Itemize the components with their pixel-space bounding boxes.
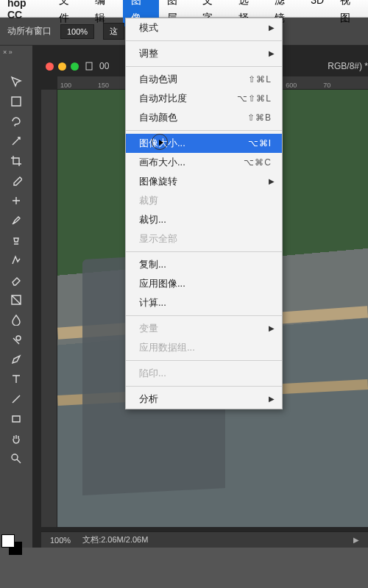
submenu-arrow-icon: ▶	[269, 47, 275, 60]
menu-item-图像大小[interactable]: 图像大小...⌥⌘I	[126, 134, 282, 153]
tool-move[interactable]	[10, 75, 23, 88]
menu-item-label: 自动颜色	[139, 111, 177, 124]
menu-item-陷印: 陷印...	[126, 364, 282, 383]
menu-item-label: 自动对比度	[139, 92, 187, 105]
tool-rect[interactable]	[10, 412, 23, 426]
window-controls[interactable]	[46, 62, 79, 71]
menu-item-label: 裁切...	[139, 213, 166, 226]
menu-item-label: 调整	[139, 47, 158, 60]
status-zoom[interactable]: 100%	[50, 536, 71, 545]
menu-shortcut: ⌥⇧⌘L	[237, 92, 272, 105]
svg-rect-0	[86, 62, 92, 70]
menu-item-图像旋转[interactable]: 图像旋转▶	[126, 172, 282, 191]
tab-title-prefix: 00	[99, 61, 109, 71]
menu-item-计算[interactable]: 计算...	[126, 293, 282, 312]
menu-separator	[126, 251, 282, 252]
opt-label: 动所有窗口	[7, 25, 52, 37]
status-bar: 100% 文档:2.06M/2.06M ▶	[41, 531, 368, 548]
submenu-arrow-icon: ▶	[269, 21, 275, 35]
menu-item-应用图像[interactable]: 应用图像...	[126, 274, 282, 293]
tool-crop[interactable]	[10, 154, 23, 168]
menu-item-应用数据组: 应用数据组...	[126, 338, 282, 357]
menu-separator	[126, 130, 282, 131]
tool-gradient[interactable]	[10, 293, 23, 306]
menu-文件[interactable]: 文件	[51, 0, 87, 26]
menu-shortcut: ⌥⌘C	[244, 156, 272, 169]
menu-item-label: 模式	[139, 21, 158, 35]
menu-item-裁剪: 裁剪	[126, 191, 282, 210]
tool-brush[interactable]	[10, 214, 23, 227]
foreground-swatch[interactable]	[1, 534, 15, 548]
menu-separator	[126, 360, 282, 361]
ruler-mark: 150	[98, 82, 109, 89]
menu-item-label: 陷印...	[139, 367, 166, 380]
menu-item-label: 自动色调	[139, 73, 177, 86]
submenu-arrow-icon: ▶	[269, 322, 275, 335]
menu-item-显示全部: 显示全部	[126, 229, 282, 248]
status-docinfo: 文档:2.06M/2.06M	[82, 534, 148, 545]
tool-eyedropper[interactable]	[10, 174, 23, 187]
menu-item-变量: 变量▶	[126, 319, 282, 338]
menubar: hop CC 文件编辑图像图层文字选择滤镜3D视图	[0, 0, 368, 18]
menu-item-分析[interactable]: 分析▶	[126, 390, 282, 409]
menu-separator	[126, 40, 282, 41]
tool-path[interactable]	[10, 392, 23, 406]
menu-separator	[126, 386, 282, 387]
sidebar-collapse[interactable]: × »	[3, 49, 13, 56]
menu-item-自动色调[interactable]: 自动色调⇧⌘L	[126, 70, 282, 89]
menu-item-复制[interactable]: 复制...	[126, 255, 282, 274]
menu-shortcut: ⇧⌘L	[248, 73, 272, 86]
zoom-field[interactable]: 100%	[60, 24, 94, 39]
tool-type[interactable]	[10, 373, 23, 386]
menu-item-label: 复制...	[139, 258, 166, 271]
minimize-icon[interactable]	[58, 62, 66, 71]
menu-item-label: 应用图像...	[139, 277, 185, 290]
menu-shortcut: ⌥⌘I	[248, 137, 272, 150]
tool-heal[interactable]	[10, 194, 23, 207]
menu-item-label: 画布大小...	[139, 156, 185, 169]
submenu-arrow-icon: ▶	[269, 392, 275, 406]
tool-zoom[interactable]	[10, 452, 23, 465]
tool-stamp[interactable]	[10, 234, 23, 247]
menu-item-label: 应用数据组...	[139, 341, 195, 354]
status-arrow-icon[interactable]: ▶	[353, 536, 359, 544]
menu-item-label: 裁剪	[139, 194, 158, 207]
opt-frag[interactable]: 这	[103, 23, 124, 40]
menu-separator	[126, 66, 282, 67]
tool-wand[interactable]	[10, 135, 23, 148]
tool-eraser[interactable]	[10, 273, 23, 287]
app-name: hop CC	[0, 0, 51, 21]
tool-dodge[interactable]	[10, 333, 23, 346]
menu-item-label: 变量	[139, 322, 158, 335]
tool-pen[interactable]	[10, 353, 23, 366]
maximize-icon[interactable]	[71, 62, 79, 71]
tools-list	[10, 75, 23, 465]
ruler-mark: 600	[286, 82, 297, 89]
menu-item-调整[interactable]: 调整▶	[126, 44, 282, 63]
menu-item-模式[interactable]: 模式▶	[126, 18, 282, 37]
menu-item-label: 计算...	[139, 296, 166, 309]
menu-item-label: 分析	[139, 392, 158, 406]
tool-blur[interactable]	[10, 313, 23, 326]
menu-item-自动颜色[interactable]: 自动颜色⇧⌘B	[126, 108, 282, 127]
ruler-mark: 100	[60, 82, 71, 89]
menu-item-裁切[interactable]: 裁切...	[126, 210, 282, 229]
menu-shortcut: ⇧⌘B	[247, 111, 272, 124]
tool-history[interactable]	[10, 254, 23, 267]
tool-hand[interactable]	[10, 432, 23, 445]
menu-3D[interactable]: 3D	[302, 0, 332, 26]
submenu-arrow-icon: ▶	[269, 175, 275, 188]
tool-marquee[interactable]	[10, 95, 23, 108]
menu-separator	[126, 315, 282, 316]
ruler-mark: 70	[323, 82, 330, 89]
close-icon[interactable]	[46, 62, 54, 71]
menu-视图[interactable]: 视图	[332, 0, 368, 26]
menu-item-label: 图像旋转	[139, 175, 177, 188]
ruler-vertical	[41, 90, 57, 527]
tools-sidebar: × »	[0, 46, 32, 548]
menu-item-画布大小[interactable]: 画布大小...⌥⌘C	[126, 153, 282, 172]
menu-item-自动对比度[interactable]: 自动对比度⌥⇧⌘L	[126, 89, 282, 108]
menu-item-label: 图像大小...	[139, 137, 185, 150]
tab-title-suffix: RGB/8#) *	[328, 61, 368, 71]
tool-lasso[interactable]	[10, 115, 23, 128]
